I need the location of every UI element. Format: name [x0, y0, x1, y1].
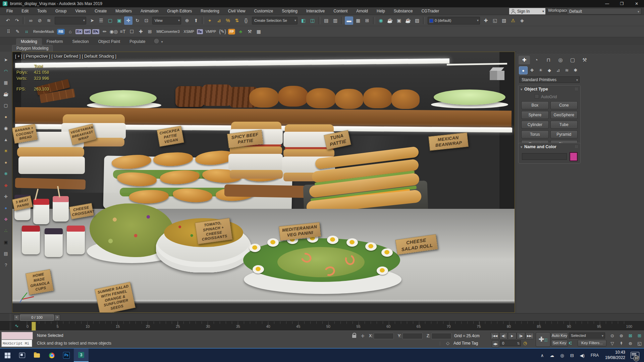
menu-item[interactable]: Scripting [277, 7, 302, 15]
go-to-end-button[interactable]: ▶▶| [525, 332, 534, 340]
task-view-button[interactable] [15, 349, 30, 362]
render-x-icon[interactable]: R✕ [75, 29, 83, 34]
language-indicator[interactable]: FRA [591, 353, 599, 358]
menu-item[interactable]: Rendering [196, 7, 223, 15]
shapes-category[interactable]: ❖ [528, 66, 536, 74]
workspace-dropdown[interactable]: Default [567, 8, 641, 14]
chevron-down-icon[interactable]: ▾ [161, 40, 163, 44]
viewport-menu-user[interactable]: [ User Defined ] [51, 54, 80, 59]
primitive-button[interactable]: Box [521, 101, 549, 109]
file-explorer-button[interactable] [30, 349, 44, 362]
curve-editor-icon[interactable]: ▦ [354, 16, 362, 25]
ribbon-config-icon[interactable] [154, 38, 159, 44]
clock[interactable]: 10:43 19/08/2022 [605, 350, 625, 360]
close-button[interactable]: ✕ [629, 0, 644, 7]
modify-tab[interactable]: ◔ [531, 56, 542, 64]
edit-named-selections-icon[interactable]: {} [242, 16, 250, 25]
z-coordinate-field[interactable] [431, 333, 451, 339]
selection-filter-dropdown[interactable] [55, 17, 86, 24]
start-button[interactable] [0, 349, 15, 362]
select-link-icon[interactable]: ∞ [26, 16, 35, 25]
polygon-modeling-tab[interactable]: Polygon Modeling [12, 45, 53, 52]
display-tab[interactable]: ▢ [567, 56, 578, 64]
percent-snap-icon[interactable]: % [224, 16, 232, 25]
list-view-icon[interactable]: ≡T [118, 27, 127, 36]
transform-box-icon[interactable]: ⊞ [146, 27, 154, 36]
render-pencil-icon[interactable]: R✎ [92, 29, 100, 34]
isolate-selection-icon[interactable]: ◈ [518, 16, 526, 25]
previous-frame-arrow[interactable]: < [14, 314, 19, 321]
vmpp-button[interactable]: VMPP [204, 27, 218, 36]
rect-select-region-icon[interactable]: ▢ [106, 16, 114, 25]
menu-item[interactable]: Modifiers [111, 7, 136, 15]
primitive-button[interactable]: Sphere [521, 111, 549, 119]
maximize-button[interactable]: ❐ [614, 0, 629, 7]
perspective-viewport[interactable]: [ + ][ Perspective ][ User Defined ][ De… [12, 52, 515, 313]
menu-item[interactable]: Create [90, 7, 111, 15]
pick-material-icon[interactable]: ▧ [500, 16, 508, 25]
snap-toggle-icon[interactable]: ⌖ [206, 16, 214, 25]
geometry-category[interactable]: ● [519, 66, 528, 74]
unlink-selection-icon[interactable]: ⊘ [36, 16, 44, 25]
add-time-tag[interactable]: Add Time Tag [453, 341, 478, 346]
current-frame-spinner[interactable]: 0 [500, 340, 521, 346]
time-configuration-icon[interactable]: ◷ [523, 341, 527, 346]
network-icon[interactable]: ⊟ [570, 353, 574, 358]
tab-selection[interactable]: Selection [67, 38, 93, 45]
layers-icon[interactable]: ▤ [2, 250, 10, 258]
toggle-layer-explorer-icon[interactable]: ▬ [345, 16, 353, 25]
selection-lock-icon[interactable] [352, 335, 356, 338]
primitive-button[interactable]: Pyramid [550, 130, 578, 138]
rollout-grip-icon[interactable] [575, 87, 578, 90]
maxscript-mini-output[interactable] [1, 332, 33, 340]
sign-in-button[interactable]: Sign In ▾ [509, 8, 545, 14]
primitive-button[interactable]: Cone [550, 101, 578, 109]
hidden-icons-chevron[interactable]: ∧ [541, 353, 544, 358]
warning-icon[interactable]: ⚠ [509, 16, 517, 25]
select-rotate-icon[interactable]: ↻ [133, 16, 142, 25]
walkthrough-icon[interactable]: ↟ [618, 340, 625, 347]
rendered-frame-icon[interactable]: ▣ [395, 16, 403, 25]
graphite-tools-icon[interactable]: ◱ [491, 16, 499, 25]
layer-manager-icon[interactable]: ▤ [322, 16, 330, 25]
viewport-menu-shading[interactable]: [ Default Shading ] [82, 54, 116, 59]
select-cursor-icon[interactable]: ➤ [2, 56, 10, 64]
mirror-icon[interactable]: ◧ [299, 16, 308, 25]
use-pivot-icon[interactable]: ⊕ [183, 16, 191, 25]
render-iray-icon[interactable]: ▨ [413, 16, 421, 25]
render-setup-icon[interactable]: ☕ [386, 16, 394, 25]
menu-item[interactable]: Group [51, 7, 71, 15]
time-slider-handle[interactable]: 0 / 100 [20, 314, 54, 321]
named-selection-set-dropdown[interactable]: Create Selection Se [252, 17, 298, 24]
undo-icon[interactable]: ↶ [4, 16, 12, 25]
track-bar[interactable]: ∿ 05101520253035404550556065707580859095… [0, 321, 644, 331]
menu-item[interactable]: Help [372, 7, 389, 15]
menu-item[interactable]: Substance [389, 7, 417, 15]
set-key-button[interactable]: Set Key [551, 340, 568, 347]
material-spheres-icon[interactable]: ◉◎ [109, 27, 118, 36]
toolbar-grip[interactable] [9, 322, 11, 331]
menu-item[interactable]: Graph Editors [163, 7, 196, 15]
object-color-swatch[interactable] [570, 152, 578, 161]
minimize-button[interactable]: — [600, 0, 614, 7]
set-keys-button[interactable]: ✚⚿ [536, 332, 550, 347]
chrome-button[interactable] [44, 349, 59, 362]
select-by-name-icon[interactable]: ☰ [97, 16, 105, 25]
select-scale-icon[interactable]: ⊡ [142, 16, 151, 25]
add-layer-icon[interactable]: ✚ [482, 16, 490, 25]
help-icon[interactable]: ? [2, 261, 10, 269]
fp-badge-icon[interactable]: FP [228, 29, 235, 35]
tab-populate[interactable]: Populate [125, 38, 150, 45]
light-icon[interactable]: ☀ [2, 147, 10, 155]
menu-item[interactable]: Tools [33, 7, 51, 15]
material-editor-icon[interactable]: ◉ [377, 16, 385, 25]
helpers-category[interactable]: ⊿ [554, 66, 562, 74]
x-coordinate-field[interactable] [374, 333, 394, 339]
object-name-field[interactable] [522, 153, 567, 160]
select-place-icon[interactable]: ⬆ [192, 16, 200, 25]
window-crossing-icon[interactable]: ▣ [115, 16, 123, 25]
hierarchy-tab[interactable]: ⊓ [543, 56, 554, 64]
brush-icon[interactable]: ✏ [100, 27, 109, 36]
menu-item[interactable]: Views [71, 7, 90, 15]
viewport-menu-view[interactable]: [ Perspective ] [23, 54, 50, 59]
